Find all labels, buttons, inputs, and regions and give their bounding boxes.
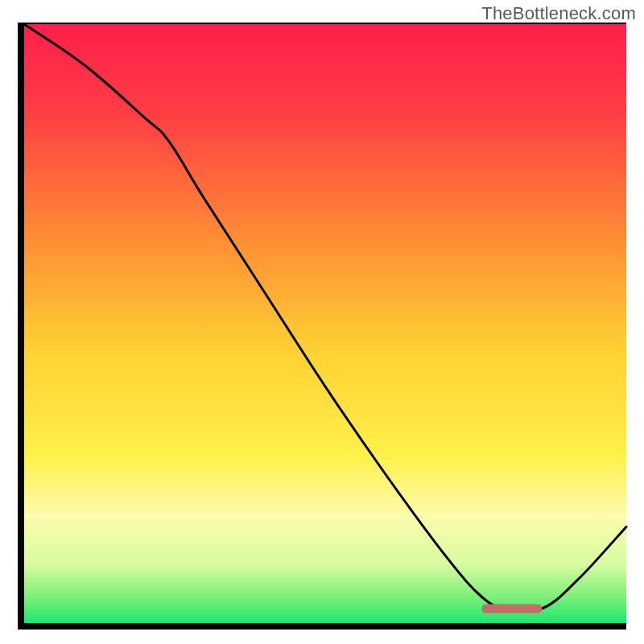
chart-container: TheBottleneck.com bbox=[0, 0, 644, 644]
chart-plot-area bbox=[24, 24, 626, 623]
watermark-text: TheBottleneck.com bbox=[481, 3, 636, 24]
chart-svg bbox=[0, 0, 644, 644]
chart-min-highlight bbox=[481, 605, 542, 613]
